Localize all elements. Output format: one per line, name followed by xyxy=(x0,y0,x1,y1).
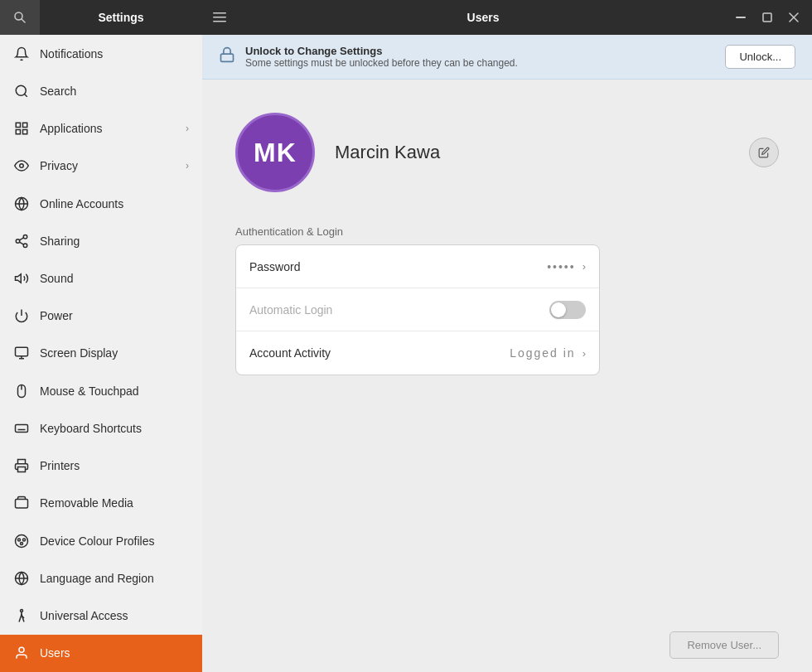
svg-point-18 xyxy=(23,234,27,239)
svg-point-9 xyxy=(16,85,26,95)
user-profile: MK Marcin Kawa xyxy=(235,113,779,192)
sidebar-item-printers[interactable]: Printers xyxy=(0,447,202,485)
applications-label: Applications xyxy=(40,122,103,135)
sidebar-item-sound[interactable]: Sound xyxy=(0,259,202,297)
unlock-text: Unlock to Change Settings Some settings … xyxy=(245,45,715,69)
sidebar-item-universal-access[interactable]: Universal Access xyxy=(0,597,202,635)
svg-rect-36 xyxy=(18,467,26,472)
account-activity-label: Account Activity xyxy=(249,346,510,360)
device-colour-profiles-label: Device Colour Profiles xyxy=(40,534,155,548)
main-container: Notifications Search Applications › Priv… xyxy=(0,35,812,672)
universal-access-icon xyxy=(13,607,30,624)
svg-point-44 xyxy=(21,610,23,612)
sidebar-item-online-accounts[interactable]: Online Accounts xyxy=(0,185,202,222)
avatar: MK xyxy=(235,113,315,192)
privacy-label: Privacy xyxy=(40,159,78,172)
edit-user-button[interactable] xyxy=(749,138,779,167)
password-chevron-icon: › xyxy=(582,260,586,273)
svg-line-22 xyxy=(19,238,23,240)
printers-icon xyxy=(13,457,30,474)
sidebar-item-mouse-touchpad[interactable]: Mouse & Touchpad xyxy=(0,372,202,409)
applications-icon xyxy=(13,120,30,137)
svg-rect-30 xyxy=(16,424,28,432)
window-controls xyxy=(729,6,812,29)
svg-rect-13 xyxy=(16,130,20,134)
mouse-touchpad-icon xyxy=(13,383,30,399)
svg-rect-6 xyxy=(763,13,771,22)
online-accounts-icon xyxy=(13,196,30,212)
password-row[interactable]: Password ••••• › xyxy=(236,245,599,288)
account-activity-row[interactable]: Account Activity Logged in › xyxy=(236,331,599,375)
svg-point-41 xyxy=(21,542,23,544)
svg-point-45 xyxy=(19,648,24,653)
sidebar-item-screen-display[interactable]: Screen Display xyxy=(0,335,202,372)
svg-rect-5 xyxy=(736,17,746,18)
sidebar-item-notifications[interactable]: Notifications xyxy=(0,35,202,72)
unlock-title: Unlock to Change Settings xyxy=(245,45,715,57)
search-sidebar-icon xyxy=(13,83,30,99)
unlock-button[interactable]: Unlock... xyxy=(725,45,795,69)
power-label: Power xyxy=(40,309,73,322)
titlebar-search-btn[interactable] xyxy=(0,0,40,35)
search-label: Search xyxy=(40,85,76,98)
users-icon xyxy=(13,645,30,661)
close-button[interactable] xyxy=(782,6,805,29)
minimize-button[interactable] xyxy=(729,6,752,29)
sidebar-item-device-colour-profiles[interactable]: Device Colour Profiles xyxy=(0,522,202,559)
svg-line-10 xyxy=(24,94,27,96)
svg-point-15 xyxy=(20,164,24,168)
sidebar-item-applications[interactable]: Applications › xyxy=(0,109,202,147)
sidebar-item-search[interactable]: Search xyxy=(0,72,202,109)
account-activity-value: Logged in xyxy=(510,346,576,360)
unlock-subtitle: Some settings must be unlocked before th… xyxy=(245,57,715,69)
svg-point-40 xyxy=(23,539,26,541)
sidebar-item-language-region[interactable]: Language and Region xyxy=(0,559,202,597)
svg-point-39 xyxy=(18,539,21,541)
online-accounts-label: Online Accounts xyxy=(40,197,123,210)
sound-icon xyxy=(13,270,30,287)
svg-rect-11 xyxy=(16,123,20,127)
language-region-label: Language and Region xyxy=(40,572,154,585)
privacy-chevron-icon: › xyxy=(186,160,189,172)
svg-rect-3 xyxy=(213,17,226,18)
language-region-icon xyxy=(13,570,30,587)
sidebar-title: Settings xyxy=(40,11,202,24)
hamburger-menu-btn[interactable] xyxy=(202,0,237,35)
bottom-bar: Remove User... xyxy=(202,618,812,672)
screen-display-label: Screen Display xyxy=(40,346,118,360)
power-icon xyxy=(13,307,30,324)
sidebar-item-power[interactable]: Power xyxy=(0,297,202,335)
automatic-login-row[interactable]: Automatic Login xyxy=(236,288,599,331)
automatic-login-toggle[interactable] xyxy=(549,301,586,319)
svg-line-1 xyxy=(22,19,25,22)
svg-marker-23 xyxy=(16,274,22,283)
lock-icon xyxy=(219,46,235,67)
screen-display-icon xyxy=(13,345,30,361)
sidebar: Notifications Search Applications › Priv… xyxy=(0,35,202,672)
sidebar-item-removable-media[interactable]: Removable Media xyxy=(0,485,202,522)
sidebar-item-privacy[interactable]: Privacy › xyxy=(0,147,202,185)
account-activity-chevron-icon: › xyxy=(582,347,586,360)
privacy-icon xyxy=(13,157,30,174)
svg-rect-46 xyxy=(221,54,234,61)
maximize-button[interactable] xyxy=(756,6,779,29)
removable-media-icon xyxy=(13,495,30,511)
auth-section-title: Authentication & Login xyxy=(235,225,779,238)
avatar-container: MK xyxy=(235,113,315,192)
printers-label: Printers xyxy=(40,459,80,472)
users-label: Users xyxy=(40,646,70,660)
keyboard-shortcuts-icon xyxy=(13,420,30,437)
svg-rect-25 xyxy=(16,348,28,357)
password-value: ••••• xyxy=(547,260,576,273)
notifications-icon xyxy=(13,46,30,62)
sidebar-item-users[interactable]: Users xyxy=(0,635,202,672)
sidebar-item-sharing[interactable]: Sharing xyxy=(0,222,202,259)
svg-line-21 xyxy=(19,242,23,244)
sidebar-item-keyboard-shortcuts[interactable]: Keyboard Shortcuts xyxy=(0,409,202,447)
page-title: Users xyxy=(237,11,729,24)
remove-user-button[interactable]: Remove User... xyxy=(669,631,779,659)
username: Marcin Kawa xyxy=(335,142,440,163)
sound-label: Sound xyxy=(40,272,73,285)
keyboard-shortcuts-label: Keyboard Shortcuts xyxy=(40,422,142,435)
sharing-label: Sharing xyxy=(40,234,80,248)
